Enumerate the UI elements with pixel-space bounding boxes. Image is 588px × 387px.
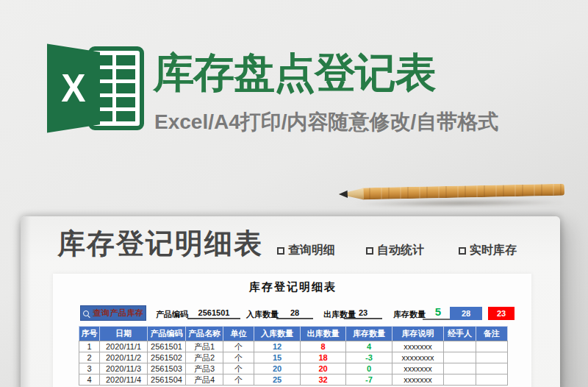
checkbox-icon <box>366 247 373 255</box>
table-cell: xxxxxxxx <box>392 352 444 363</box>
column-header: 入库数量 <box>254 327 301 341</box>
table-cell: 20 <box>254 363 301 374</box>
page-subtitle: Excel/A4打印/内容随意修改/自带格式 <box>154 108 498 136</box>
search-icon <box>83 310 89 316</box>
search-product-button[interactable]: 查询产品库存 <box>80 305 146 321</box>
table-cell <box>476 341 508 352</box>
inventory-table: 序号日期产品编码产品名称单位入库数量出库数量库存数量库存说明经手人备注 1202… <box>79 326 508 386</box>
table-cell: 15 <box>254 352 301 363</box>
pencil-body <box>362 184 564 200</box>
table-cell: 个 <box>223 363 254 374</box>
logo-grid-cell <box>99 83 112 93</box>
table-cell: 4 <box>79 374 100 386</box>
outbound-qty-field: 23 <box>344 308 382 319</box>
control-row: 查询产品库存 产品编码 2561501 入库数量 28 出库数量 23 库存数量… <box>79 305 507 323</box>
pencil-image <box>329 180 567 210</box>
logo-grid-cell <box>116 69 135 79</box>
table-cell: 2020/11/1 <box>100 341 148 352</box>
column-header: 序号 <box>79 327 100 341</box>
table-cell: 4 <box>346 341 392 352</box>
table-cell: 2561503 <box>148 363 186 374</box>
table-cell: xxxxxxx <box>392 363 444 374</box>
document-heading: 库存登记明细表 <box>57 225 263 263</box>
table-cell: 25 <box>254 374 301 386</box>
column-header: 产品名称 <box>186 327 223 341</box>
table-cell: 3 <box>79 363 100 374</box>
table-cell <box>444 341 476 352</box>
table-cell: 产品2 <box>186 352 223 363</box>
inbound-qty-label: 入库数量 <box>246 309 279 320</box>
column-header: 日期 <box>100 327 148 341</box>
spreadsheet-area: 库存登记明细表 查询产品库存 产品编码 2561501 入库数量 28 出库数量… <box>53 274 531 387</box>
logo-grid-cell <box>99 69 112 79</box>
feature-query-detail[interactable]: 查询明细 <box>277 243 335 258</box>
feature-label: 实时库存 <box>470 243 517 258</box>
excel-logo-cover: X <box>47 42 100 135</box>
table-cell <box>476 374 508 386</box>
table-header-row: 序号日期产品编码产品名称单位入库数量出库数量库存数量库存说明经手人备注 <box>79 327 508 341</box>
table-cell: 0 <box>346 363 392 374</box>
column-header: 单位 <box>223 327 254 341</box>
pencil-shadow <box>354 199 564 207</box>
table-cell: 个 <box>223 374 254 386</box>
checkbox-icon <box>459 247 466 255</box>
pencil-graphite-tip <box>339 188 348 200</box>
table-cell: xxxxxxx <box>392 374 444 386</box>
inbound-qty-field: 28 <box>276 308 313 319</box>
table-row: 12020/11/12561501产品1个1284xxxxxxx <box>79 341 508 352</box>
logo-grid-cell <box>116 83 135 93</box>
table-cell: 2561502 <box>148 352 186 363</box>
feature-label: 自动统计 <box>377 243 424 258</box>
product-code-label: 产品编码 <box>156 309 188 320</box>
excel-x-letter: X <box>61 65 85 112</box>
table-row: 32020/11/32561503产品3个20200xxxxxxx <box>79 363 508 374</box>
column-header: 备注 <box>476 327 508 341</box>
table-cell: -7 <box>346 374 392 386</box>
column-header: 产品编码 <box>148 327 186 341</box>
table-cell: 个 <box>223 352 254 363</box>
inbound-total-badge: 28 <box>450 307 482 320</box>
stock-qty-label: 库存数量 <box>393 309 426 320</box>
table-cell: 1 <box>79 341 100 352</box>
logo-grid-cell <box>116 97 135 107</box>
table-row: 22020/11/22561502产品2个1518-3xxxxxxxx <box>79 352 508 363</box>
table-cell: 2 <box>79 352 100 363</box>
logo-grid-cell <box>116 55 135 65</box>
table-cell: 2020/11/4 <box>100 374 148 386</box>
table-cell: 32 <box>301 374 346 386</box>
table-cell: 20 <box>301 363 346 374</box>
feature-label: 查询明细 <box>288 243 335 258</box>
column-header: 库存说明 <box>392 327 444 341</box>
logo-grid-cell <box>99 55 112 65</box>
table-cell: 个 <box>223 341 254 352</box>
table-cell: -3 <box>346 352 392 363</box>
feature-auto-stats[interactable]: 自动统计 <box>366 243 424 258</box>
template-paper: 库存登记明细表 查询明细 自动统计 实时库存 库存登记明细表 查询产品库存 产品… <box>21 216 560 387</box>
table-cell <box>444 374 476 386</box>
table-cell <box>444 352 476 363</box>
table-cell: 2561501 <box>148 341 186 352</box>
column-header: 库存数量 <box>346 327 392 341</box>
checkbox-icon <box>277 247 284 255</box>
column-header: 出库数量 <box>301 327 346 341</box>
logo-grid-cell <box>99 111 112 121</box>
table-cell: 2020/11/2 <box>100 352 148 363</box>
logo-grid-cell <box>99 97 112 107</box>
table-row: 42020/11/42561504产品4个2532-7xxxxxxx <box>79 374 508 386</box>
table-cell: xxxxxxx <box>392 341 444 352</box>
feature-realtime-stock[interactable]: 实时库存 <box>459 243 517 258</box>
table-cell: 产品1 <box>186 341 223 352</box>
table-cell: 产品4 <box>186 374 223 386</box>
product-code-field[interactable]: 2561501 <box>187 308 240 319</box>
table-cell <box>444 363 476 374</box>
table-cell <box>476 352 508 363</box>
table-title: 库存登记明细表 <box>79 280 507 294</box>
table-cell: 12 <box>254 341 301 352</box>
logo-grid-cell <box>116 111 135 121</box>
stock-qty-field: 5 <box>423 305 453 320</box>
page-title: 库存盘点登记表 <box>153 50 436 96</box>
column-header: 经手人 <box>444 327 476 341</box>
excel-logo: X <box>47 42 146 135</box>
search-button-label: 查询产品库存 <box>93 308 144 319</box>
table-cell: 2020/11/3 <box>100 363 148 374</box>
